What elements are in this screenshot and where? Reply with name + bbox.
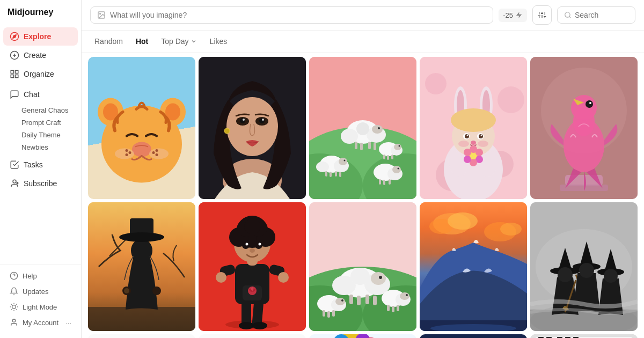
imagine-bar[interactable] xyxy=(90,6,493,24)
sidebar-item-light-mode[interactable]: Light Mode xyxy=(3,299,78,314)
svg-point-192 xyxy=(341,299,343,302)
sidebar-item-subscribe[interactable]: Subscribe xyxy=(3,174,78,193)
svg-point-101 xyxy=(497,86,524,113)
user-icon xyxy=(10,318,18,327)
sidebar-item-create[interactable]: Create xyxy=(3,46,78,64)
svg-line-37 xyxy=(569,17,571,18)
explore-label: Explore xyxy=(24,32,51,41)
chat-sub-item-newbies[interactable]: Newbies xyxy=(0,141,81,153)
svg-point-129 xyxy=(464,149,471,156)
tab-random[interactable]: Random xyxy=(89,35,128,48)
svg-point-206 xyxy=(448,212,478,230)
svg-point-221 xyxy=(579,263,594,278)
gallery-item-empty-1 xyxy=(88,334,195,338)
tab-hot[interactable]: Hot xyxy=(130,35,153,48)
svg-point-9 xyxy=(13,180,16,183)
sidebar-nav: Explore Create Organize Chat General Cha… xyxy=(0,27,81,264)
svg-rect-72 xyxy=(355,142,357,149)
sidebar-item-help[interactable]: Help xyxy=(3,268,78,283)
svg-rect-193 xyxy=(323,310,325,317)
svg-rect-6 xyxy=(16,70,18,73)
bird-art xyxy=(530,57,638,199)
chat-icon xyxy=(10,90,19,99)
help-label: Help xyxy=(23,272,37,280)
gallery-item-witches[interactable] xyxy=(530,202,638,331)
search-input[interactable] xyxy=(575,11,628,19)
svg-rect-186 xyxy=(357,296,361,305)
svg-point-80 xyxy=(344,160,346,161)
svg-point-36 xyxy=(565,12,570,17)
sidebar-item-account[interactable]: My Account ··· xyxy=(3,315,78,330)
chat-sub-item-prompt-craft[interactable]: Prompt Craft xyxy=(0,116,81,129)
top-bar: -25 xyxy=(82,0,644,31)
imagine-input[interactable] xyxy=(110,11,486,19)
chat-sub-item-general-chaos[interactable]: General Chaos xyxy=(0,104,81,116)
svg-point-48 xyxy=(126,153,128,156)
svg-point-25 xyxy=(100,13,101,14)
svg-point-14 xyxy=(12,305,16,309)
gallery-item-bottom-right[interactable] xyxy=(530,334,638,338)
bell-icon xyxy=(10,287,18,296)
sidebar-item-explore[interactable]: Explore xyxy=(3,27,78,46)
main-content: -25 Random Hot Top Day Likes xyxy=(82,0,644,338)
svg-rect-83 xyxy=(335,171,337,177)
svg-point-118 xyxy=(471,141,476,145)
gallery-item-flowers[interactable] xyxy=(309,334,416,338)
svg-rect-5 xyxy=(11,70,13,73)
svg-point-87 xyxy=(392,166,401,173)
tab-likes[interactable]: Likes xyxy=(204,35,233,48)
sidebar-item-tasks[interactable]: Tasks xyxy=(3,156,78,174)
svg-point-169 xyxy=(244,218,260,234)
sidebar-item-updates[interactable]: Updates xyxy=(3,284,78,299)
witches-art xyxy=(530,202,638,331)
gallery-item-cartoon-boy[interactable] xyxy=(199,202,306,331)
gallery-item-woman[interactable] xyxy=(199,57,306,199)
svg-rect-7 xyxy=(11,75,13,78)
gallery-item-bunny[interactable] xyxy=(420,57,527,199)
svg-point-171 xyxy=(255,241,262,249)
bunny-art xyxy=(420,57,527,199)
gallery-row-1 xyxy=(88,57,638,199)
gallery-item-mountains[interactable] xyxy=(420,202,527,331)
app-logo: Midjourney xyxy=(0,8,81,27)
svg-point-182 xyxy=(350,268,370,285)
svg-point-174 xyxy=(250,248,255,253)
svg-rect-187 xyxy=(365,295,369,304)
gallery-item-bird[interactable] xyxy=(530,57,638,199)
bottom-right-preview xyxy=(530,334,638,338)
svg-point-61 xyxy=(224,128,230,134)
svg-point-183 xyxy=(371,272,386,285)
sidebar-item-organize[interactable]: Organize xyxy=(3,65,78,83)
svg-point-116 xyxy=(467,135,469,136)
flowers-preview xyxy=(309,334,416,338)
svg-rect-74 xyxy=(368,142,371,149)
svg-point-111 xyxy=(451,108,496,132)
gallery-item-sheep[interactable] xyxy=(309,57,416,199)
mountains-art xyxy=(420,202,527,331)
svg-point-125 xyxy=(475,149,483,156)
gallery-item-more-sheep[interactable] xyxy=(309,202,416,331)
sheep-art xyxy=(309,57,416,199)
gallery-item-scarecrow[interactable] xyxy=(88,202,195,331)
svg-rect-8 xyxy=(16,75,18,78)
sidebar-bottom: Help Updates Light Mode My Account ··· xyxy=(0,264,81,330)
svg-point-191 xyxy=(335,298,345,305)
chat-header[interactable]: Chat xyxy=(3,85,78,104)
gallery-item-mountains-extra[interactable] xyxy=(420,334,527,338)
svg-line-21 xyxy=(11,309,12,310)
credits-value: -25 xyxy=(503,11,513,19)
gallery xyxy=(82,53,644,338)
tune-button[interactable] xyxy=(532,5,552,25)
chat-sub-item-daily-theme[interactable]: Daily Theme xyxy=(0,129,81,141)
gallery-item-tiger[interactable] xyxy=(88,57,195,199)
search-bar[interactable] xyxy=(557,6,635,24)
svg-point-172 xyxy=(246,243,248,246)
chat-section: Chat General Chaos Prompt Craft Daily Th… xyxy=(0,85,81,153)
tab-top-day[interactable]: Top Day xyxy=(156,35,202,48)
svg-point-153 xyxy=(239,322,254,329)
svg-rect-73 xyxy=(360,143,363,150)
svg-point-23 xyxy=(12,319,15,322)
account-menu-dots: ··· xyxy=(65,319,71,327)
svg-rect-98 xyxy=(391,155,393,159)
svg-point-148 xyxy=(124,288,129,293)
